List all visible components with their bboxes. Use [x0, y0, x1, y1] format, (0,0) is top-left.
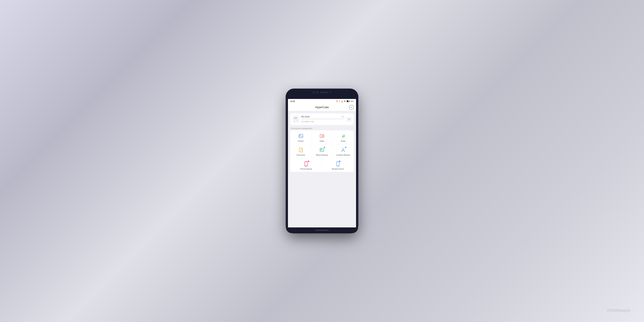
phone-notch [286, 89, 358, 99]
scene: 11:07 ⏰ 📍 🔔 58% HyperCube [0, 0, 644, 322]
svg-point-31 [338, 165, 338, 166]
earpiece [320, 92, 328, 93]
contacts-backup-icon [340, 147, 346, 153]
album-backup-icon [319, 147, 325, 153]
video-label: Video [320, 140, 324, 142]
sd-card-percent: 0% [342, 116, 344, 118]
battery-icon [347, 100, 350, 102]
sensor-2 [330, 92, 332, 93]
sd-progress-fill [301, 118, 301, 119]
functional-management: Functional management [290, 127, 354, 172]
sd-card-info: SD Card 0% 129.6MB/29.7GB [301, 116, 344, 123]
add-button[interactable]: + [349, 105, 354, 110]
grid-row-2: Document [290, 144, 354, 158]
restore-phone-item[interactable]: Restore phone [322, 158, 354, 172]
video-icon [319, 133, 325, 139]
audio-item[interactable]: Audio [332, 130, 354, 144]
document-icon [298, 147, 304, 153]
audio-label: Audio [341, 140, 346, 142]
svg-point-25 [342, 148, 344, 150]
picture-label: Picture [298, 140, 304, 142]
app-header: HyperCube + [288, 104, 356, 111]
phone-screen: 11:07 ⏰ 📍 🔔 58% HyperCube [288, 99, 356, 228]
phone-bottom [286, 228, 358, 233]
section-title: Functional management [290, 127, 354, 130]
sd-progress-bar [301, 118, 344, 119]
battery-percent: 58% [351, 100, 354, 102]
home-indicator [315, 230, 329, 230]
grid-row-3: Phone backup [290, 158, 354, 172]
svg-rect-13 [349, 120, 350, 120]
grid-row-1: Picture Video [290, 130, 354, 144]
svg-rect-14 [299, 134, 303, 138]
svg-point-17 [342, 136, 343, 138]
sensor-1 [316, 91, 319, 94]
phone-backup-icon [303, 161, 309, 167]
contacts-backup-label: Contacts Backup [336, 154, 350, 156]
sd-action-button[interactable] [346, 117, 352, 122]
document-label: Document [296, 154, 305, 156]
album-backup-label: Album Backup [316, 154, 328, 156]
grid-section: Picture Video [290, 130, 354, 172]
audio-icon [340, 133, 346, 139]
svg-rect-11 [348, 118, 349, 120]
app-content: SD Card 0% 129.6MB/29.7GB [288, 111, 356, 228]
watermark: 9TO5Google [607, 308, 630, 312]
app-title: HyperCube [315, 106, 329, 109]
svg-point-0 [345, 102, 345, 102]
status-icons: ⏰ 📍 🔔 58% [336, 100, 354, 102]
notification-icon: 🔔 [341, 100, 343, 102]
phone-backup-label: Phone backup [300, 168, 312, 170]
status-bar: 11:07 ⏰ 📍 🔔 58% [288, 99, 356, 104]
svg-point-24 [321, 149, 322, 150]
alarm-icon: ⏰ [336, 100, 338, 102]
sd-card-size: 129.6MB/29.7GB [301, 121, 314, 122]
restore-phone-icon [335, 161, 341, 167]
contacts-backup-item[interactable]: Contacts Backup [332, 144, 354, 158]
svg-rect-2 [347, 100, 348, 102]
sd-card-name: SD Card [301, 116, 310, 118]
notch-sensors [312, 91, 332, 94]
phone-shell: 11:07 ⏰ 📍 🔔 58% HyperCube [286, 89, 358, 233]
picture-item[interactable]: Picture [290, 130, 312, 144]
svg-rect-12 [349, 118, 350, 119]
svg-point-28 [306, 165, 306, 166]
svg-rect-3 [350, 101, 350, 102]
picture-icon [298, 133, 304, 139]
video-item[interactable]: Video [312, 130, 332, 144]
document-item[interactable]: Document [290, 144, 312, 158]
restore-phone-label: Restore phone [332, 168, 344, 170]
svg-point-15 [300, 135, 300, 136]
album-backup-item[interactable]: Album Backup [312, 144, 332, 158]
phone-backup-item[interactable]: Phone backup [290, 158, 322, 172]
sd-card-section[interactable]: SD Card 0% 129.6MB/29.7GB [290, 113, 354, 125]
wifi-icon [344, 100, 346, 102]
sd-card-icon [292, 116, 299, 122]
front-camera [312, 91, 315, 94]
location-icon: 📍 [338, 100, 340, 102]
status-time: 11:07 [290, 100, 295, 102]
